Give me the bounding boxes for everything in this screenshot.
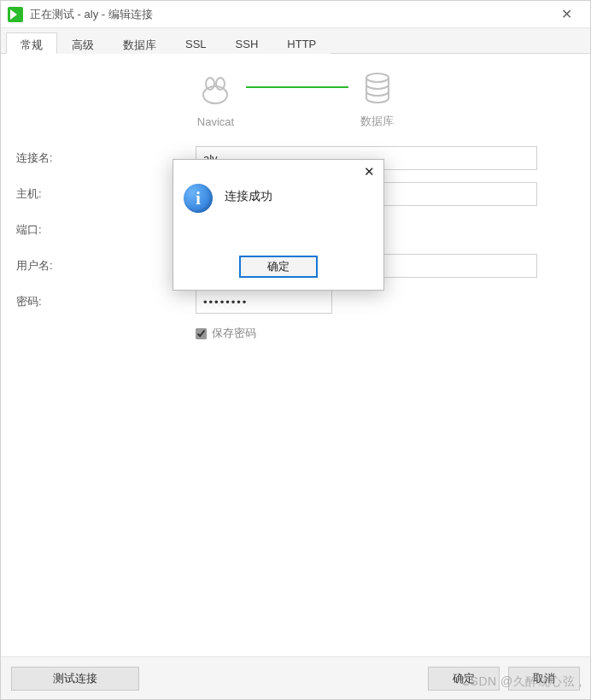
- port-label: 端口:: [16, 222, 196, 238]
- database-node: 数据库: [360, 69, 394, 129]
- tab-http[interactable]: HTTP: [272, 32, 331, 54]
- save-password-checkbox[interactable]: [196, 328, 207, 339]
- navicat-label: Navicat: [197, 115, 234, 128]
- connection-line: [246, 86, 348, 88]
- host-label: 主机:: [16, 186, 196, 202]
- navicat-node: Navicat: [197, 71, 234, 128]
- dialog-close-icon[interactable]: ✕: [354, 160, 383, 184]
- connection-success-dialog: ✕ i 连接成功 确定: [173, 159, 384, 291]
- tab-ssh[interactable]: SSH: [221, 32, 273, 54]
- tab-advanced[interactable]: 高级: [57, 32, 108, 54]
- titlebar: 正在测试 - aly - 编辑连接 ✕: [1, 1, 590, 28]
- footer: 测试连接 确定 取消: [1, 656, 590, 699]
- ok-button[interactable]: 确定: [428, 667, 500, 691]
- database-label: 数据库: [360, 114, 394, 129]
- dialog-message: 连接成功: [225, 189, 272, 204]
- conn-name-label: 连接名:: [16, 150, 196, 166]
- dialog-ok-button[interactable]: 确定: [239, 256, 318, 278]
- test-connection-button[interactable]: 测试连接: [11, 667, 139, 691]
- connection-diagram: Navicat 数据库: [16, 69, 575, 129]
- save-password-label: 保存密码: [212, 326, 256, 341]
- password-label: 密码:: [16, 294, 196, 309]
- close-icon[interactable]: ✕: [549, 3, 583, 26]
- edit-connection-window: 正在测试 - aly - 编辑连接 ✕ 常规 高级 数据库 SSL SSH HT…: [0, 0, 591, 700]
- tab-ssl[interactable]: SSL: [171, 32, 221, 54]
- navicat-app-icon: [8, 7, 23, 22]
- password-input[interactable]: [196, 290, 332, 314]
- user-label: 用户名:: [16, 258, 196, 274]
- database-icon: [360, 69, 394, 109]
- tab-general[interactable]: 常规: [6, 32, 57, 54]
- svg-point-3: [366, 74, 389, 82]
- save-password-row: 保存密码: [196, 326, 575, 341]
- tabs: 常规 高级 数据库 SSL SSH HTTP: [1, 28, 590, 54]
- tab-database[interactable]: 数据库: [108, 32, 171, 54]
- info-icon: i: [184, 184, 213, 213]
- window-title: 正在测试 - aly - 编辑连接: [30, 7, 549, 22]
- content-panel: Navicat 数据库 连接名: 主机: 端口:: [1, 54, 590, 656]
- cancel-button[interactable]: 取消: [508, 667, 580, 691]
- navicat-icon: [197, 71, 234, 110]
